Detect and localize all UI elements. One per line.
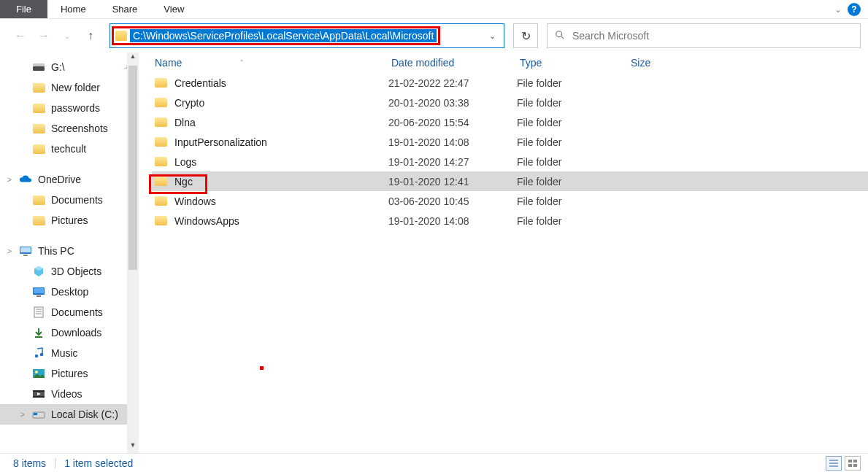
ribbon-tab-share[interactable]: Share [99, 0, 151, 18]
navigation-tree[interactable]: G:\ 📌 New folder passwords Screenshots t… [0, 53, 139, 453]
nav-recent-dropdown[interactable]: ⌄ [57, 26, 77, 46]
column-name[interactable]: Name ˄ [155, 53, 391, 73]
status-selection: 1 item selected [64, 457, 133, 469]
tree-item-documents[interactable]: Documents [0, 302, 139, 322]
file-row-name-cell: Windows [152, 196, 388, 207]
tree-item-screenshots[interactable]: Screenshots [0, 118, 139, 139]
tree-item-od-documents[interactable]: Documents [0, 190, 139, 210]
file-type-label: File folder [517, 215, 628, 227]
file-row[interactable]: Crypto20-01-2020 03:38File folder [152, 93, 868, 112]
file-date-label: 21-02-2022 22:47 [388, 77, 517, 89]
annotation-dot [260, 366, 264, 370]
address-path[interactable]: C:\Windows\ServiceProfiles\LocalService\… [130, 29, 437, 42]
documents-icon [32, 306, 45, 318]
localdisk-icon [32, 409, 45, 420]
search-box[interactable] [547, 23, 861, 48]
file-name-label: Dlna [174, 117, 196, 128]
svg-point-18 [35, 371, 38, 374]
file-type-label: File folder [517, 156, 628, 168]
scroll-up-icon[interactable]: ▲ [127, 53, 139, 64]
view-largeicons-button[interactable] [845, 456, 861, 471]
tree-item-3dobjects[interactable]: 3D Objects [0, 261, 139, 282]
onedrive-icon [19, 174, 32, 185]
search-input[interactable] [572, 30, 853, 42]
file-row-name-cell: Ngc [152, 176, 388, 187]
tree-item-desktop[interactable]: Desktop [0, 282, 139, 302]
drive-icon [32, 61, 45, 73]
folder-icon [155, 117, 167, 127]
file-name-label: Windows [174, 196, 216, 207]
svg-rect-10 [34, 307, 43, 317]
chevron-right-icon[interactable]: > [7, 247, 12, 255]
chevron-right-icon[interactable]: > [20, 411, 25, 419]
tree-item-g-drive[interactable]: G:\ 📌 [0, 57, 139, 77]
ribbon-tab-home[interactable]: Home [47, 0, 99, 18]
file-date-label: 19-01-2020 14:08 [388, 215, 517, 227]
ribbon-file-tab[interactable]: File [0, 0, 47, 18]
tree-scrollbar[interactable]: ▲ ▼ [127, 53, 139, 453]
svg-rect-27 [848, 460, 852, 463]
svg-rect-6 [23, 255, 28, 256]
tree-item-downloads[interactable]: Downloads [0, 322, 139, 343]
file-row[interactable]: InputPersonalization19-01-2020 14:08File… [152, 132, 868, 152]
svg-point-16 [40, 353, 44, 357]
file-name-label: Ngc [174, 176, 193, 187]
svg-rect-9 [37, 295, 41, 297]
tree-item-label: passwords [51, 102, 100, 114]
file-row[interactable]: Logs19-01-2020 14:27File folder [152, 152, 868, 171]
help-icon[interactable]: ? [848, 3, 861, 16]
nav-up-button[interactable]: ↑ [80, 26, 101, 46]
file-type-label: File folder [517, 77, 628, 89]
folder-icon [155, 98, 167, 107]
file-row-name-cell: InputPersonalization [152, 136, 388, 148]
svg-rect-28 [853, 460, 857, 463]
tree-item-label: Downloads [51, 327, 101, 338]
scrollbar-thumb[interactable] [128, 66, 137, 270]
view-details-button[interactable] [826, 456, 842, 471]
svg-rect-2 [33, 66, 45, 71]
tree-item-label: This PC [38, 245, 74, 257]
svg-rect-3 [33, 63, 45, 66]
tree-item-videos[interactable]: Videos [0, 384, 139, 404]
folder-icon [155, 137, 167, 147]
folder-icon [32, 143, 45, 155]
address-bar[interactable]: C:\Windows\ServiceProfiles\LocalService\… [110, 23, 504, 48]
tree-item-label: Videos [51, 388, 82, 400]
ribbon-expand-icon[interactable]: ⌄ [834, 4, 842, 15]
file-type-label: File folder [517, 136, 628, 148]
tree-item-od-pictures[interactable]: Pictures [0, 210, 139, 231]
column-headers[interactable]: Name ˄ Date modified Type Size [139, 53, 868, 73]
scroll-down-icon[interactable]: ▼ [127, 441, 139, 453]
ribbon-tab-view[interactable]: View [150, 0, 197, 18]
tree-item-onedrive[interactable]: > OneDrive [0, 169, 139, 190]
file-row[interactable]: Ngc19-01-2020 12:41File folder [152, 171, 868, 191]
tree-item-localdisk-c[interactable]: > Local Disk (C:) [0, 404, 139, 425]
file-type-label: File folder [517, 176, 628, 187]
address-history-dropdown[interactable]: ⌄ [480, 31, 504, 41]
file-list-pane[interactable]: Name ˄ Date modified Type Size Credentia… [139, 53, 868, 453]
file-row[interactable]: Dlna20-06-2020 15:54File folder [152, 112, 868, 132]
address-highlight-annotation: C:\Windows\ServiceProfiles\LocalService\… [112, 26, 440, 45]
column-date[interactable]: Date modified [391, 53, 520, 73]
tree-item-passwords[interactable]: passwords [0, 98, 139, 118]
videos-icon [32, 388, 45, 400]
folder-icon [32, 194, 45, 206]
svg-rect-8 [34, 288, 44, 293]
file-row[interactable]: WindowsApps19-01-2020 14:08File folder [152, 211, 868, 231]
nav-back-button[interactable]: ← [10, 26, 31, 46]
svg-point-15 [35, 355, 39, 358]
tree-item-techcult[interactable]: techcult [0, 139, 139, 159]
column-type[interactable]: Type [520, 53, 631, 73]
column-size[interactable]: Size [631, 53, 699, 73]
file-name-label: Crypto [174, 97, 204, 109]
tree-item-pictures[interactable]: Pictures [0, 363, 139, 384]
refresh-button[interactable]: ↻ [513, 23, 538, 48]
tree-item-newfolder[interactable]: New folder [0, 77, 139, 98]
tree-item-music[interactable]: Music [0, 343, 139, 363]
tree-item-thispc[interactable]: > This PC [0, 241, 139, 261]
file-row[interactable]: Credentials21-02-2022 22:47File folder [152, 73, 868, 93]
file-row[interactable]: Windows03-06-2020 10:45File folder [152, 191, 868, 211]
nav-forward-button[interactable]: → [34, 26, 54, 46]
folder-icon [155, 216, 167, 225]
chevron-right-icon[interactable]: > [7, 176, 12, 184]
